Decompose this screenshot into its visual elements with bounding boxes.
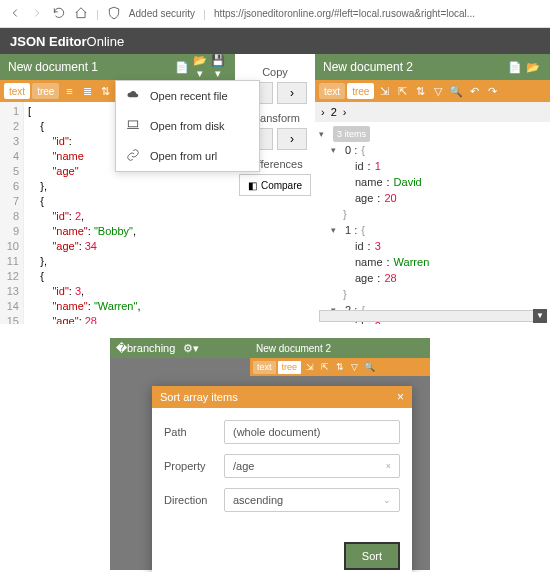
clear-icon: × xyxy=(386,461,391,471)
laptop-icon xyxy=(126,118,140,134)
refresh-icon[interactable] xyxy=(52,6,66,22)
format-icon[interactable]: ≡ xyxy=(61,83,77,99)
modal-backdrop: �branching ⚙▾ New document 2 text tree ⇲… xyxy=(110,338,430,570)
property-field[interactable]: /age× xyxy=(224,454,400,478)
collapse-icon[interactable]: ⇱ xyxy=(394,83,410,99)
direction-field[interactable]: ascending⌄ xyxy=(224,488,400,512)
search-icon[interactable]: 🔍 xyxy=(363,362,376,372)
modal-toolbar: text tree ⇲ ⇱ ⇅ ▽ 🔍 xyxy=(250,358,430,376)
shield-icon xyxy=(107,6,121,22)
open-dropdown: Open recent file Open from disk Open fro… xyxy=(115,80,260,172)
app-title: JSON Editor Online xyxy=(0,28,550,54)
path-label: Path xyxy=(164,426,224,438)
chevron-right-icon[interactable]: › xyxy=(343,106,347,118)
sort-icon[interactable]: ⇅ xyxy=(333,362,346,372)
search-icon[interactable]: 🔍 xyxy=(448,83,464,99)
chevron-right-icon[interactable]: › xyxy=(321,106,325,118)
share-icon[interactable]: �branching xyxy=(116,342,175,355)
tree-breadcrumb: › 2 › xyxy=(315,102,550,122)
sort-icon[interactable]: ⇅ xyxy=(412,83,428,99)
mode-tree-button[interactable]: tree xyxy=(347,83,374,99)
copy-right-button[interactable]: › xyxy=(277,82,307,104)
home-icon[interactable] xyxy=(74,6,88,22)
security-label: Added security xyxy=(129,8,195,19)
save-icon[interactable]: 💾▾ xyxy=(209,54,227,80)
tree-editor[interactable]: ▾3 items▾0 :{id : 1name : Davidage : 20}… xyxy=(315,122,550,324)
undo-icon[interactable]: ↶ xyxy=(466,83,482,99)
compact-icon[interactable]: ≣ xyxy=(79,83,95,99)
url-bar[interactable]: https://jsoneditoronline.org/#left=local… xyxy=(214,8,542,19)
svg-rect-0 xyxy=(128,121,137,127)
modal-doc-title: New document 2 xyxy=(250,338,430,358)
path-field[interactable]: (whole document) xyxy=(224,420,400,444)
filter-icon[interactable]: ▽ xyxy=(348,362,361,372)
mode-tree-button[interactable]: tree xyxy=(32,83,59,99)
file-icon[interactable]: 📄 xyxy=(173,61,191,74)
link-icon xyxy=(126,148,140,164)
right-panel: New document 2 📄 📂 text tree ⇲ ⇱ ⇅ ▽ 🔍 ↶… xyxy=(315,54,550,324)
right-panel-title: New document 2 xyxy=(323,60,506,74)
compare-icon: ◧ xyxy=(248,180,257,191)
cloud-icon xyxy=(126,88,140,104)
expand-icon[interactable]: ⇲ xyxy=(376,83,392,99)
left-panel: New document 1 📄 📂▾ 💾▾ text tree ≡ ≣ ⇅ 1… xyxy=(0,54,235,324)
browser-bar: | Added security | https://jsoneditoronl… xyxy=(0,0,550,28)
folder-icon[interactable]: 📂 xyxy=(524,61,542,74)
filter-icon[interactable]: ▽ xyxy=(430,83,446,99)
transform-right-button[interactable]: › xyxy=(277,128,307,150)
repair-icon[interactable]: ⇅ xyxy=(97,83,113,99)
left-panel-title: New document 1 xyxy=(8,60,173,74)
folder-open-icon[interactable]: 📂▾ xyxy=(191,54,209,80)
chevron-down-icon: ⌄ xyxy=(383,495,391,505)
right-toolbar: text tree ⇲ ⇱ ⇅ ▽ 🔍 ↶ ↷ xyxy=(315,80,550,102)
collapse-icon[interactable]: ⇱ xyxy=(318,362,331,372)
mode-text-button[interactable]: text xyxy=(253,361,276,374)
sort-button[interactable]: Sort xyxy=(344,542,400,570)
forward-icon[interactable] xyxy=(30,6,44,22)
back-icon[interactable] xyxy=(8,6,22,22)
file-icon[interactable]: 📄 xyxy=(506,61,524,74)
open-disk-item[interactable]: Open from disk xyxy=(116,111,259,141)
dialog-title: Sort array items xyxy=(160,391,238,403)
open-recent-item[interactable]: Open recent file xyxy=(116,81,259,111)
open-url-item[interactable]: Open from url xyxy=(116,141,259,171)
close-icon[interactable]: × xyxy=(397,390,404,404)
tree-slider[interactable] xyxy=(319,310,546,322)
mode-tree-button[interactable]: tree xyxy=(278,361,302,374)
copy-label: Copy xyxy=(262,66,288,78)
compare-button[interactable]: ◧ Compare xyxy=(239,174,311,196)
gear-icon[interactable]: ⚙▾ xyxy=(183,342,199,355)
redo-icon[interactable]: ↷ xyxy=(484,83,500,99)
expand-icon[interactable]: ⇲ xyxy=(303,362,316,372)
mode-text-button[interactable]: text xyxy=(319,83,345,99)
mode-text-button[interactable]: text xyxy=(4,83,30,99)
direction-label: Direction xyxy=(164,494,224,506)
property-label: Property xyxy=(164,460,224,472)
sort-dialog: Sort array items × Path (whole document)… xyxy=(152,386,412,572)
